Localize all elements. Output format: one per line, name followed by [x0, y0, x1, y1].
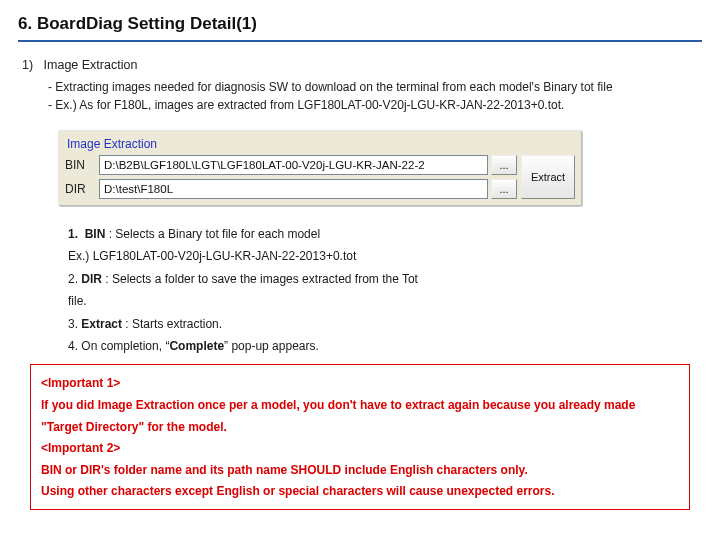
step-2-text: : Selects a folder to save the images ex… — [102, 272, 418, 286]
step-4: 4. On completion, “Complete” pop-up appe… — [68, 336, 702, 356]
extract-button[interactable]: Extract — [521, 155, 575, 199]
dir-input[interactable] — [99, 179, 488, 199]
step-2-num: 2. — [68, 272, 81, 286]
section-heading-text: Image Extraction — [44, 58, 138, 72]
panel-group-title: Image Extraction — [65, 135, 575, 155]
step-1-example: Ex.) LGF180LAT-00-V20j-LGU-KR-JAN-22-201… — [68, 246, 702, 266]
page-title: 6. BoardDiag Setting Detail(1) — [18, 14, 702, 42]
important-1-header: <Important 1> — [41, 373, 679, 395]
dir-label: DIR — [65, 182, 99, 196]
step-2-key: DIR — [81, 272, 102, 286]
step-4-post: ” pop-up appears. — [224, 339, 319, 353]
bin-label: BIN — [65, 158, 99, 172]
step-3-text: : Starts extraction. — [122, 317, 222, 331]
image-extraction-panel: Image Extraction BIN ... DIR ... Extract — [58, 130, 582, 206]
step-1-text: : Selects a Binary tot file for each mod… — [105, 227, 320, 241]
step-1-key: BIN — [85, 227, 106, 241]
important-box: <Important 1> If you did Image Extractio… — [30, 364, 690, 510]
step-3: 3. Extract : Starts extraction. — [68, 314, 702, 334]
step-1: 1. BIN : Selects a Binary tot file for e… — [68, 224, 702, 244]
step-3-key: Extract — [81, 317, 122, 331]
section-heading: 1) Image Extraction — [22, 58, 702, 72]
important-2-header: <Important 2> — [41, 438, 679, 460]
step-1-num: 1. — [68, 227, 78, 241]
step-4-pre: 4. On completion, “ — [68, 339, 169, 353]
section-number: 1) — [22, 58, 33, 72]
section-desc-2: - Ex.) As for F180L, images are extracte… — [48, 98, 702, 112]
dir-browse-button[interactable]: ... — [491, 179, 517, 199]
step-2-tail: file. — [68, 291, 702, 311]
important-2-line-1: BIN or DIR's folder name and its path na… — [41, 460, 679, 482]
step-2: 2. DIR : Selects a folder to save the im… — [68, 269, 702, 289]
bin-browse-button[interactable]: ... — [491, 155, 517, 175]
important-1-line-1: If you did Image Extraction once per a m… — [41, 395, 679, 417]
section-desc-1: - Extracting images needed for diagnosis… — [48, 80, 702, 94]
important-1-line-2: "Target Directory" for the model. — [41, 417, 679, 439]
step-4-key: Complete — [169, 339, 224, 353]
important-2-line-2: Using other characters except English or… — [41, 481, 679, 503]
step-3-num: 3. — [68, 317, 81, 331]
bin-input[interactable] — [99, 155, 488, 175]
